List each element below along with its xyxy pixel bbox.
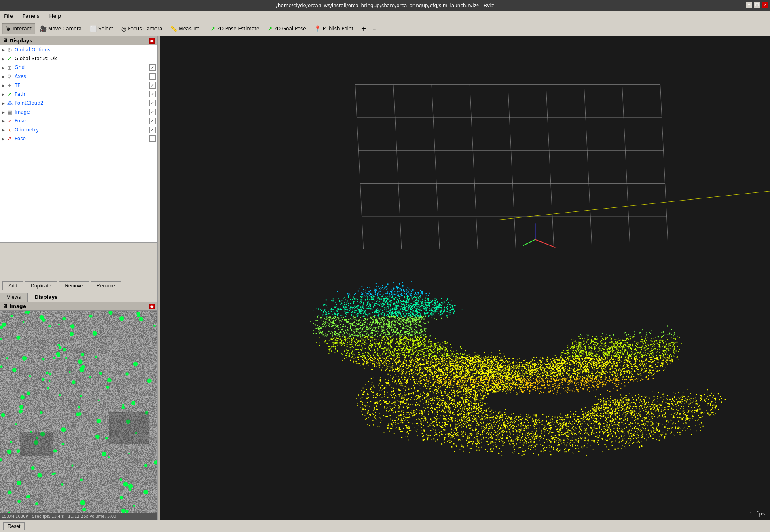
duplicate-button[interactable]: Duplicate	[25, 281, 57, 290]
focus-camera-label: Focus Camera	[128, 26, 162, 32]
tree-item-path[interactable]: ▶ ↗ Path	[0, 90, 157, 99]
expand-arrow-global-status[interactable]: ▶	[2, 57, 7, 61]
pointcloud2-label: PointCloud2	[15, 100, 149, 106]
tab-displays[interactable]: Displays	[28, 293, 65, 302]
maximize-button[interactable]: □	[754, 2, 760, 8]
tree-item-pointcloud2[interactable]: ▶ ⁂ PointCloud2	[0, 99, 157, 108]
camera-feed	[0, 311, 157, 513]
add-tool-button[interactable]: +	[358, 23, 369, 34]
focus-camera-button[interactable]: ◎ Focus Camera	[118, 23, 166, 34]
select-button[interactable]: ⬜ Select	[86, 23, 117, 34]
publish-point-button[interactable]: 📍 Publish Point	[311, 23, 357, 34]
tree-item-axes[interactable]: ▶ ⚲ Axes	[0, 72, 157, 81]
image-panel-monitor-icon: 🖥	[2, 303, 8, 309]
fps-counter: 1 fps	[749, 511, 765, 517]
global-status-icon: ✓	[7, 56, 15, 62]
image-panel-header: 🖥 Image ●	[0, 302, 157, 311]
expand-arrow-grid[interactable]: ▶	[2, 65, 7, 70]
move-camera-button[interactable]: 🎥 Move Camera	[36, 23, 85, 34]
image-panel-title: 🖥 Image	[2, 303, 26, 309]
toolbar-separator-1	[205, 24, 205, 34]
displays-panel-title: 🖥 Displays	[2, 38, 32, 44]
tree-item-grid[interactable]: ▶ ⊞ Grid	[0, 63, 157, 72]
grid-checkbox[interactable]	[149, 64, 156, 71]
camera-canvas	[0, 311, 157, 513]
reset-button[interactable]: Reset	[3, 522, 25, 530]
path-checkbox[interactable]	[149, 91, 156, 97]
minimize-button[interactable]: ─	[746, 2, 752, 8]
interact-button[interactable]: 🖱 Interact	[2, 23, 35, 34]
pose-2-icon: ↗	[7, 136, 15, 142]
measure-button[interactable]: 📏 Measure	[167, 23, 203, 34]
displays-panel-header: 🖥 Displays ●	[0, 36, 157, 45]
minus-tool-button[interactable]: –	[370, 23, 379, 34]
tree-item-image[interactable]: ▶ ▣ Image	[0, 108, 157, 116]
axes-checkbox[interactable]	[149, 73, 156, 80]
global-options-label: Global Options	[15, 47, 156, 53]
pose-estimate-button[interactable]: ↗ 2D Pose Estimate	[207, 23, 263, 34]
goal-pose-button[interactable]: ↗ 2D Goal Pose	[264, 23, 309, 34]
window-title: /home/clyde/orca4_ws/install/orca_bringu…	[276, 3, 494, 8]
publish-point-label: Publish Point	[323, 26, 353, 32]
main-layout: 🖥 Displays ● ▶ ⚙ Global Options ▶ ✓ Glob…	[0, 36, 770, 520]
image-status-text: 15.0M 1080P | 5sec fps: 13.4/s | 11:12:2…	[2, 514, 116, 519]
window-controls: ─ □ ✕	[746, 2, 768, 8]
expand-arrow-pointcloud2[interactable]: ▶	[2, 101, 7, 106]
expand-arrow-axes[interactable]: ▶	[2, 74, 7, 79]
publish-point-icon: 📍	[314, 25, 321, 32]
image-icon: ▣	[7, 109, 15, 115]
tree-item-tf[interactable]: ▶ ✦ TF	[0, 81, 157, 90]
menu-panels[interactable]: Panels	[20, 12, 42, 20]
tree-item-pose-2[interactable]: ▶ ↗ Pose	[0, 134, 157, 143]
tf-icon: ✦	[7, 82, 15, 89]
displays-close-button[interactable]: ●	[149, 38, 155, 44]
titlebar: /home/clyde/orca4_ws/install/orca_bringu…	[0, 0, 770, 11]
tree-item-odometry[interactable]: ▶ ∿ Odometry	[0, 125, 157, 134]
global-options-icon: ⚙	[7, 47, 15, 53]
expand-arrow-tf[interactable]: ▶	[2, 83, 7, 88]
expand-arrow-odometry[interactable]: ▶	[2, 128, 7, 132]
displays-tree: ▶ ⚙ Global Options ▶ ✓ Global Status: Ok…	[0, 45, 157, 242]
displays-title-text: Displays	[9, 38, 32, 44]
image-panel-close-button[interactable]: ●	[149, 304, 155, 309]
tf-label: TF	[15, 82, 149, 88]
measure-label: Measure	[179, 26, 199, 32]
image-panel-title-text: Image	[9, 304, 26, 309]
grid-icon: ⊞	[7, 65, 15, 71]
select-label: Select	[98, 26, 113, 32]
expand-arrow-pose-1[interactable]: ▶	[2, 119, 7, 123]
expand-arrow-path[interactable]: ▶	[2, 92, 7, 97]
add-button[interactable]: Add	[2, 281, 23, 290]
camera-icon: 🎥	[40, 25, 47, 32]
pose-1-label: Pose	[15, 118, 149, 124]
expand-arrow-pose-2[interactable]: ▶	[2, 137, 7, 141]
tf-checkbox[interactable]	[149, 82, 156, 89]
statusbar: Reset	[0, 520, 770, 532]
tree-item-global-options[interactable]: ▶ ⚙ Global Options	[0, 45, 157, 54]
pose-1-checkbox[interactable]	[149, 118, 156, 124]
expand-arrow-image[interactable]: ▶	[2, 110, 7, 114]
menu-help[interactable]: Help	[47, 12, 64, 20]
tab-views[interactable]: Views	[0, 293, 28, 302]
measure-icon: 📏	[170, 25, 177, 32]
left-panel: 🖥 Displays ● ▶ ⚙ Global Options ▶ ✓ Glob…	[0, 36, 158, 520]
odometry-label: Odometry	[15, 127, 149, 133]
close-button[interactable]: ✕	[762, 2, 768, 8]
pose-2-checkbox[interactable]	[149, 135, 156, 142]
remove-button[interactable]: Remove	[59, 281, 89, 290]
tree-item-pose-1[interactable]: ▶ ↗ Pose	[0, 116, 157, 125]
expand-arrow-global-options[interactable]: ▶	[2, 48, 7, 52]
rename-button[interactable]: Rename	[91, 281, 121, 290]
image-label: Image	[15, 109, 149, 115]
pointcloud2-checkbox[interactable]	[149, 100, 156, 106]
move-camera-label: Move Camera	[48, 26, 82, 32]
tree-item-global-status[interactable]: ▶ ✓ Global Status: Ok	[0, 54, 157, 63]
image-checkbox[interactable]	[149, 109, 156, 115]
odometry-checkbox[interactable]	[149, 127, 156, 133]
displays-monitor-icon: 🖥	[2, 38, 8, 44]
bottom-tabs: Views Displays	[0, 293, 157, 302]
menu-file[interactable]: File	[2, 12, 15, 20]
axes-label: Axes	[15, 74, 149, 79]
3d-viewport[interactable]: 1 fps	[160, 36, 770, 520]
toolbar: 🖱 Interact 🎥 Move Camera ⬜ Select ◎ Focu…	[0, 21, 770, 36]
